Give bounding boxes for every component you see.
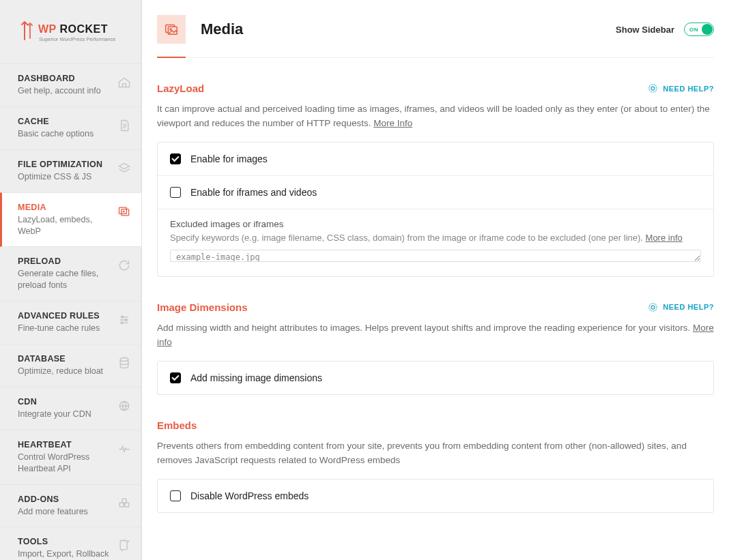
svg-text:WP ROCKET: WP ROCKET <box>38 23 108 35</box>
media-icon <box>117 205 131 218</box>
more-info-link[interactable]: More info <box>646 233 683 243</box>
checkbox-add-dimensions[interactable] <box>170 372 181 383</box>
nav-item-sub: LazyLoad, embeds, WebP <box>18 214 113 237</box>
show-sidebar-label: Show Sidebar <box>616 25 674 35</box>
page-header: Media Show Sidebar ON <box>157 15 714 58</box>
sidebar-item-dashboard[interactable]: DASHBOARDGet help, account info <box>0 63 141 107</box>
need-help-link[interactable]: NEED HELP? <box>648 83 714 93</box>
addons-icon <box>117 497 131 510</box>
nav-item-title: MEDIA <box>18 203 113 212</box>
nav-item-sub: Optimize, reduce bloat <box>18 366 113 377</box>
sidebar-item-add-ons[interactable]: ADD-ONSAdd more features <box>0 484 141 528</box>
svg-point-7 <box>121 322 123 324</box>
nav-item-title: DASHBOARD <box>18 74 113 83</box>
svg-point-18 <box>651 87 655 90</box>
nav-item-title: ADVANCED RULES <box>18 311 113 321</box>
refresh-icon <box>117 259 131 272</box>
nav-item-title: CACHE <box>18 117 113 126</box>
sidebar: WP ROCKET Superior WordPress Performance… <box>0 0 141 560</box>
sidebar-item-media[interactable]: MEDIALazyLoad, embeds, WebP <box>0 192 141 248</box>
svg-rect-3 <box>121 209 129 215</box>
nav-item-title: DATABASE <box>18 354 113 364</box>
checkbox-disable-embeds[interactable] <box>170 490 181 501</box>
toggle-knob <box>702 24 713 35</box>
sidebar-item-cdn[interactable]: CDNIntegrate your CDN <box>0 387 141 430</box>
nav-item-sub: Generate cache files, preload fonts <box>18 268 113 291</box>
svg-text:Superior WordPress Performance: Superior WordPress Performance <box>39 36 115 42</box>
file-icon <box>117 119 131 132</box>
tools-icon <box>117 539 131 552</box>
more-info-link[interactable]: More Info <box>373 118 412 128</box>
sidebar-item-tools[interactable]: TOOLSImport, Export, Rollback <box>0 527 141 560</box>
section-title-dimensions: Image Dimensions <box>157 301 248 313</box>
sidebar-item-advanced-rules[interactable]: ADVANCED RULESFine-tune cache rules <box>0 301 141 344</box>
row-excluded: Excluded images or iframes Specify keywo… <box>158 209 713 276</box>
section-title-embeds: Embeds <box>157 419 197 431</box>
nav-item-sub: Fine-tune cache rules <box>18 323 113 334</box>
nav-item-sub: Get help, account info <box>18 85 113 97</box>
main-content: Media Show Sidebar ON LazyLoad NEED HELP… <box>141 0 729 560</box>
sidebar-nav: DASHBOARDGet help, account infoCACHEBasi… <box>0 64 141 560</box>
nav-item-sub: Import, Export, Rollback <box>18 548 113 560</box>
section-desc: It can improve actual and perceived load… <box>157 102 714 131</box>
svg-rect-12 <box>122 499 126 503</box>
nav-item-sub: Control WordPress Heartbeat API <box>18 452 113 475</box>
svg-point-19 <box>649 304 657 311</box>
excluded-textarea[interactable] <box>170 250 701 262</box>
nav-item-sub: Add more features <box>18 506 113 518</box>
svg-point-17 <box>649 85 657 92</box>
need-help-link[interactable]: NEED HELP? <box>648 302 714 312</box>
brand-logo: WP ROCKET Superior WordPress Performance <box>0 0 141 64</box>
page-title: Media <box>201 20 616 38</box>
svg-point-6 <box>125 319 127 321</box>
section-image-dimensions: Image Dimensions NEED HELP? Add missing … <box>157 301 714 395</box>
nav-item-title: FILE OPTIMIZATION <box>18 160 113 169</box>
checkbox-enable-iframes[interactable] <box>170 187 181 198</box>
section-desc: Add missing width and height attributes … <box>157 321 714 350</box>
svg-rect-13 <box>120 541 127 550</box>
layers-icon <box>117 162 131 175</box>
show-sidebar-toggle[interactable]: ON <box>684 23 714 36</box>
svg-point-8 <box>120 358 128 362</box>
section-title-lazyload: LazyLoad <box>157 83 204 94</box>
nav-item-title: PRELOAD <box>18 256 113 266</box>
row-enable-iframes: Enable for iframes and videos <box>158 175 713 209</box>
sidebar-item-database[interactable]: DATABASEOptimize, reduce bloat <box>0 344 141 387</box>
row-disable-embeds: Disable WordPress embeds <box>158 480 713 512</box>
section-embeds: Embeds Prevents others from embedding co… <box>157 419 714 513</box>
svg-point-4 <box>123 211 124 212</box>
nav-item-title: CDN <box>18 397 113 407</box>
sidebar-item-cache[interactable]: CACHEBasic cache options <box>0 106 141 150</box>
nav-item-title: TOOLS <box>18 537 113 546</box>
checkbox-enable-images[interactable] <box>170 153 181 164</box>
svg-point-16 <box>170 29 171 30</box>
row-enable-images: Enable for images <box>158 143 713 175</box>
sidebar-item-file-optimization[interactable]: FILE OPTIMIZATIONOptimize CSS & JS <box>0 149 141 193</box>
section-lazyload: LazyLoad NEED HELP? It can improve actua… <box>157 83 714 277</box>
show-sidebar-control: Show Sidebar ON <box>616 23 714 36</box>
nav-item-sub: Integrate your CDN <box>18 409 113 420</box>
section-desc: Prevents others from embedding content f… <box>157 439 714 468</box>
sliders-icon <box>117 313 131 327</box>
svg-rect-10 <box>119 503 124 507</box>
svg-rect-2 <box>119 207 127 213</box>
row-add-dimensions: Add missing image dimensions <box>158 362 713 394</box>
home-icon <box>117 76 131 89</box>
globe-icon <box>117 399 131 413</box>
nav-item-title: ADD-ONS <box>18 495 113 504</box>
nav-item-title: HEARTBEAT <box>18 440 113 450</box>
sidebar-item-preload[interactable]: PRELOADGenerate cache files, preload fon… <box>0 246 141 301</box>
nav-item-sub: Optimize CSS & JS <box>18 171 113 183</box>
sidebar-item-heartbeat[interactable]: HEARTBEATControl WordPress Heartbeat API <box>0 430 141 485</box>
svg-point-5 <box>121 316 124 319</box>
database-icon <box>117 356 131 370</box>
nav-item-sub: Basic cache options <box>18 128 113 140</box>
svg-rect-11 <box>125 503 129 507</box>
media-icon <box>157 15 186 44</box>
heartbeat-icon <box>117 442 131 456</box>
svg-point-20 <box>651 306 655 309</box>
